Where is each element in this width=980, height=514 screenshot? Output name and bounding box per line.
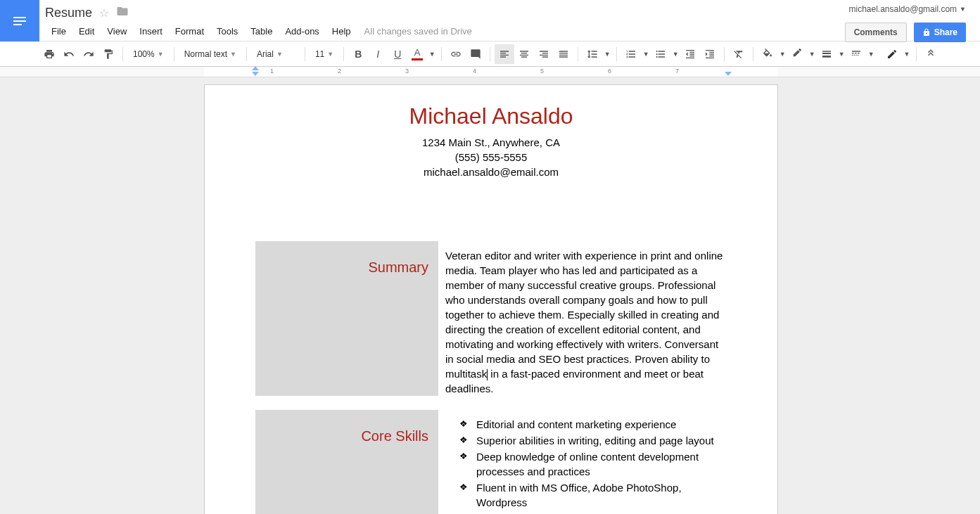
border-width-caret[interactable]: ▼: [836, 44, 846, 64]
caret-down-icon: ▼: [960, 6, 966, 13]
menu-table[interactable]: Table: [244, 25, 279, 38]
align-center-icon[interactable]: [514, 44, 534, 64]
border-dash-icon[interactable]: [846, 44, 866, 64]
horizontal-ruler[interactable]: 1 2 3 4 5 6 7: [0, 67, 980, 77]
app-header: Resume ☆ File Edit View Insert Format To…: [0, 0, 980, 41]
paint-format-icon[interactable]: [98, 44, 118, 64]
header-center: Resume ☆ File Edit View Insert Format To…: [39, 0, 845, 39]
border-width-icon[interactable]: [817, 44, 836, 64]
ruler-left-indent[interactable]: [252, 72, 259, 76]
summary-body[interactable]: Veteran editor and writer with experienc…: [445, 241, 727, 396]
skills-section: Core Skills Editorial and content market…: [255, 410, 727, 514]
text-color-caret[interactable]: ▼: [427, 44, 437, 64]
share-button[interactable]: Share: [914, 23, 966, 42]
skills-label[interactable]: Core Skills: [361, 428, 428, 514]
menu-addons[interactable]: Add-ons: [279, 25, 325, 38]
toolbar: 100%▼ Normal text▼ Arial▼ 11▼ B I U A ▼ …: [0, 41, 980, 67]
link-icon[interactable]: [446, 44, 466, 64]
user-email-text: michael.ansaldo@gmail.com: [848, 4, 957, 14]
menu-format[interactable]: Format: [169, 25, 210, 38]
comments-button[interactable]: Comments: [845, 23, 907, 42]
menu-view[interactable]: View: [101, 25, 133, 38]
document-title[interactable]: Resume: [45, 6, 92, 20]
list-item: Editorial and content marketing experien…: [445, 417, 727, 432]
resume-name[interactable]: Michael Ansaldo: [255, 103, 727, 129]
skills-label-box: Core Skills: [255, 410, 438, 514]
menu-edit[interactable]: Edit: [72, 25, 101, 38]
comment-icon[interactable]: [466, 44, 485, 64]
list-item: Deep knowledge of online content develop…: [445, 449, 727, 479]
document-page[interactable]: Michael Ansaldo 1234 Main St., Anywhere,…: [204, 84, 778, 514]
numbered-list-caret[interactable]: ▼: [641, 44, 651, 64]
collapse-toolbar-icon[interactable]: [921, 44, 941, 64]
save-status: All changes saved in Drive: [364, 26, 472, 37]
list-item: Fluent in with MS Office, Adobe PhotoSho…: [445, 480, 727, 510]
line-spacing-caret[interactable]: ▼: [602, 44, 612, 64]
paragraph-style-select[interactable]: Normal text▼: [179, 49, 242, 59]
menu-tools[interactable]: Tools: [210, 25, 244, 38]
editing-mode-caret[interactable]: ▼: [902, 44, 912, 64]
share-label: Share: [934, 27, 957, 37]
skills-body[interactable]: Editorial and content marketing experien…: [445, 410, 727, 514]
border-color-caret[interactable]: ▼: [807, 44, 817, 64]
font-select[interactable]: Arial▼: [251, 49, 300, 59]
summary-label[interactable]: Summary: [368, 259, 428, 396]
border-color-icon[interactable]: [787, 44, 807, 64]
skills-list: Editorial and content marketing experien…: [445, 417, 727, 514]
menu-bar: File Edit View Insert Format Tools Table…: [45, 23, 845, 39]
undo-icon[interactable]: [59, 44, 79, 64]
redo-icon[interactable]: [79, 44, 98, 64]
increase-indent-icon[interactable]: [700, 44, 720, 64]
decrease-indent-icon[interactable]: [680, 44, 700, 64]
summary-label-box: Summary: [255, 241, 438, 396]
ruler-right-indent[interactable]: [725, 72, 732, 76]
folder-icon[interactable]: [116, 5, 129, 20]
underline-icon[interactable]: U: [388, 44, 407, 64]
fill-color-caret[interactable]: ▼: [777, 44, 787, 64]
zoom-select[interactable]: 100%▼: [127, 49, 170, 59]
lock-icon: [922, 28, 931, 37]
print-icon[interactable]: [39, 44, 59, 64]
star-icon[interactable]: ☆: [99, 6, 109, 20]
font-size-select[interactable]: 11▼: [310, 49, 339, 59]
editing-mode-icon[interactable]: [882, 44, 902, 64]
align-right-icon[interactable]: [534, 44, 554, 64]
list-item: Experience creating and manage social me…: [445, 511, 727, 514]
menu-insert[interactable]: Insert: [133, 25, 169, 38]
document-canvas[interactable]: Michael Ansaldo 1234 Main St., Anywhere,…: [0, 77, 980, 514]
menu-help[interactable]: Help: [326, 25, 357, 38]
user-account[interactable]: michael.ansaldo@gmail.com ▼: [848, 4, 966, 14]
header-right: michael.ansaldo@gmail.com ▼ Comments Sha…: [845, 0, 980, 42]
italic-icon[interactable]: I: [368, 44, 388, 64]
resume-contact[interactable]: 1234 Main St., Anywhere, CA (555) 555-55…: [255, 135, 727, 179]
fill-color-icon[interactable]: [758, 44, 777, 64]
menu-file[interactable]: File: [45, 25, 72, 38]
summary-section: Summary Veteran editor and writer with e…: [255, 241, 727, 396]
bulleted-list-icon[interactable]: [651, 44, 670, 64]
bulleted-list-caret[interactable]: ▼: [670, 44, 680, 64]
title-row: Resume ☆: [45, 4, 845, 21]
line-spacing-icon[interactable]: [583, 44, 602, 64]
list-item: Superior abilities in writing, editing a…: [445, 433, 727, 448]
docs-logo[interactable]: [0, 0, 39, 41]
bold-icon[interactable]: B: [348, 44, 368, 64]
summary-text-1: Veteran editor and writer with experienc…: [445, 250, 723, 380]
ruler-first-line-indent[interactable]: [252, 66, 259, 70]
resume-phone: (555) 555-5555: [255, 150, 727, 165]
numbered-list-icon[interactable]: [621, 44, 641, 64]
align-left-icon[interactable]: [495, 44, 514, 64]
resume-email: michael.ansaldo@email.com: [255, 165, 727, 179]
align-justify-icon[interactable]: [554, 44, 573, 64]
text-color-icon[interactable]: A: [407, 44, 427, 64]
clear-formatting-icon[interactable]: [729, 44, 749, 64]
header-buttons: Comments Share: [845, 23, 966, 42]
resume-address: 1234 Main St., Anywhere, CA: [255, 135, 727, 150]
border-dash-caret[interactable]: ▼: [866, 44, 876, 64]
